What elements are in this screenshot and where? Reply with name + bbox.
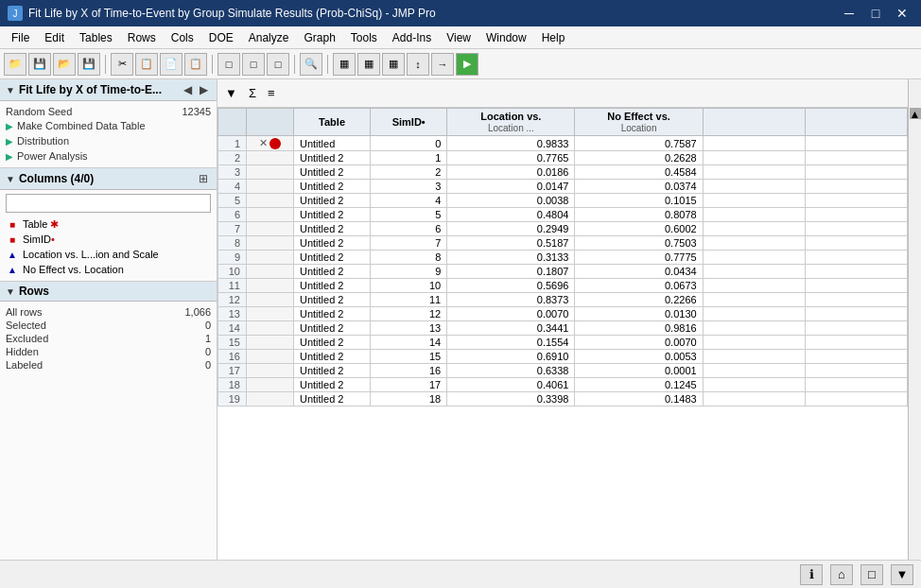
empty-cell-1: [703, 251, 805, 265]
menu-item-help[interactable]: Help: [534, 29, 573, 46]
row-action-cell[interactable]: [247, 350, 294, 364]
row-action-cell[interactable]: [247, 265, 294, 279]
toolbar-btn-10[interactable]: □: [242, 53, 265, 76]
row-action-cell[interactable]: [247, 279, 294, 293]
row-action-cell[interactable]: [247, 180, 294, 194]
row-action-cell[interactable]: ✕: [247, 136, 294, 151]
row-action-cell[interactable]: [247, 364, 294, 378]
exclude-icon[interactable]: ✕: [259, 137, 268, 149]
row-action-cell[interactable]: [247, 165, 294, 180]
noeffect-cell: 0.1483: [575, 392, 703, 406]
toolbar-btn-1[interactable]: 📁: [4, 53, 26, 76]
toolbar-btn-12[interactable]: ▦: [333, 53, 356, 76]
empty-cell-1: [703, 236, 805, 251]
menu-item-file[interactable]: File: [4, 29, 37, 46]
menu-item-tables[interactable]: Tables: [72, 29, 120, 46]
columns-options-btn[interactable]: ⊞: [196, 171, 211, 186]
status-page-btn[interactable]: □: [860, 564, 883, 585]
row-action-cell[interactable]: [247, 378, 294, 392]
table-row: 5 Untitled 2 4 0.0038 0.1015: [218, 194, 908, 208]
col-header-simid[interactable]: SimID•: [371, 109, 447, 136]
menu-item-view[interactable]: View: [439, 29, 478, 46]
data-table-container[interactable]: Table SimID• Location vs.Location ... No…: [217, 108, 908, 560]
toolbar-sep-3: [294, 55, 295, 74]
table-toolbar: ▼ Σ ≡: [217, 79, 908, 108]
menu-item-edit[interactable]: Edit: [37, 29, 72, 46]
toolbar-btn-7[interactable]: 📄: [160, 53, 182, 76]
columns-title: Columns (4/0): [19, 172, 94, 185]
rows-section: ▼ Rows All rows1,066Selected0Excluded1Hi…: [0, 282, 217, 560]
columns-header[interactable]: ▼ Columns (4/0) ⊞: [0, 168, 217, 190]
toolbar-btn-2[interactable]: 💾: [28, 53, 51, 76]
row-action-cell[interactable]: [247, 336, 294, 350]
fit-panel-header[interactable]: ▼ Fit Life by X of Time-to-E... ◀ ▶: [0, 79, 217, 101]
toolbar-btn-13[interactable]: ▦: [357, 53, 380, 76]
toolbar-btn-16[interactable]: →: [431, 53, 454, 76]
row-action-cell[interactable]: [247, 236, 294, 251]
row-action-cell[interactable]: [247, 392, 294, 406]
menu-item-analyze[interactable]: Analyze: [241, 29, 297, 46]
toolbar-btn-6[interactable]: 📋: [135, 53, 158, 76]
make-combined-link[interactable]: ▶ Make Combined Data Table: [6, 118, 211, 133]
row-action-cell[interactable]: [247, 222, 294, 236]
simid-cell: 17: [371, 378, 447, 392]
rows-header[interactable]: ▼ Rows: [0, 282, 217, 302]
close-button[interactable]: ✕: [891, 4, 913, 23]
toolbar-btn-3[interactable]: 📂: [53, 53, 76, 76]
search-toolbar-btn[interactable]: 🔍: [300, 53, 322, 76]
status-home-btn[interactable]: ⌂: [830, 564, 853, 585]
loc-cell: 0.3398: [447, 392, 575, 406]
empty-cell-1: [703, 307, 805, 321]
empty-cell-1: [703, 265, 805, 279]
distribution-link[interactable]: ▶ Distribution: [6, 133, 211, 148]
col-header-table[interactable]: Table: [294, 109, 371, 136]
table-row: 9 Untitled 2 8 0.3133 0.7775: [218, 251, 908, 265]
toolbar-btn-17[interactable]: ▶: [456, 53, 478, 76]
minimize-button[interactable]: ─: [838, 4, 860, 23]
hide-icon[interactable]: [269, 138, 281, 149]
menu-item-window[interactable]: Window: [478, 29, 534, 46]
table-cell: Untitled 2: [294, 350, 371, 364]
maximize-button[interactable]: □: [864, 4, 887, 23]
row-action-cell[interactable]: [247, 208, 294, 222]
toolbar-btn-14[interactable]: ▦: [382, 53, 405, 76]
menu-item-doe[interactable]: DOE: [201, 29, 241, 46]
row-action-cell[interactable]: [247, 293, 294, 307]
status-down-btn[interactable]: ▼: [891, 564, 913, 585]
noeffect-cell: 0.2266: [575, 293, 703, 307]
menu-item-add-ins[interactable]: Add-Ins: [385, 29, 439, 46]
status-info-btn[interactable]: ℹ: [800, 564, 823, 585]
table-filter-btn[interactable]: ≡: [264, 84, 279, 102]
table-menu-btn[interactable]: ▼: [221, 84, 241, 102]
toolbar-btn-15[interactable]: ↕: [407, 53, 429, 76]
col-header-noeffect[interactable]: No Effect vs.Location: [575, 109, 703, 136]
power-analysis-link[interactable]: ▶ Power Analysis: [6, 148, 211, 164]
row-action-cell[interactable]: [247, 151, 294, 165]
row-action-cell[interactable]: [247, 307, 294, 321]
toolbar-sep-1: [105, 55, 106, 74]
columns-search-input[interactable]: [6, 194, 211, 213]
row-action-cell[interactable]: [247, 251, 294, 265]
row-action-cell[interactable]: [247, 321, 294, 336]
table-sigma-btn[interactable]: Σ: [245, 84, 260, 102]
menu-item-tools[interactable]: Tools: [343, 29, 385, 46]
simid-col-name: SimID•: [23, 233, 55, 245]
panel-nav-next[interactable]: ▶: [197, 82, 211, 97]
menu-item-graph[interactable]: Graph: [296, 29, 342, 46]
toolbar-btn-9[interactable]: □: [217, 53, 240, 76]
toolbar-btn-8[interactable]: 📋: [184, 53, 207, 76]
toolbar-btn-4[interactable]: 💾: [78, 53, 100, 76]
menu-item-rows[interactable]: Rows: [120, 29, 164, 46]
table-row: 10 Untitled 2 9 0.1807 0.0434: [218, 265, 908, 279]
row-num-cell: 16: [218, 350, 247, 364]
right-scrollbar[interactable]: ▲: [908, 79, 921, 560]
menu-item-cols[interactable]: Cols: [164, 29, 201, 46]
toolbar-btn-11[interactable]: □: [267, 53, 289, 76]
col-header-locvsloc[interactable]: Location vs.Location ...: [447, 109, 575, 136]
toolbar-btn-5[interactable]: ✂: [111, 53, 133, 76]
table-cell: Untitled 2: [294, 321, 371, 336]
panel-nav-prev[interactable]: ◀: [181, 82, 195, 97]
empty-cell-1: [703, 364, 805, 378]
row-action-cell[interactable]: [247, 194, 294, 208]
scroll-up-btn[interactable]: ▲: [910, 108, 921, 119]
